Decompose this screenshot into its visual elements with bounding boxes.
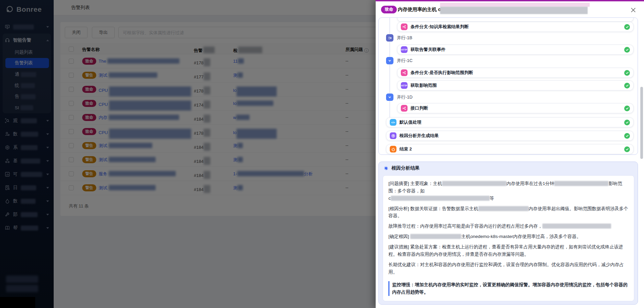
target-icon xyxy=(390,132,396,139)
power-icon xyxy=(390,146,396,152)
node-label: 获取影响范围 xyxy=(411,82,437,88)
success-check-icon xyxy=(624,120,630,125)
workflow-node-condition-impact[interactable]: 条件分支-是否执行影响范围判断 xyxy=(397,68,634,78)
node-label: 接口判断 xyxy=(411,105,428,111)
success-check-icon xyxy=(624,83,630,88)
analysis-paragraph: [问题摘要] 主要现象：主机内存使用率在过去1分钟影响范围：多个容器，如 c等 xyxy=(388,180,629,202)
workflow-node-get-impact-scope[interactable]: HTTP 获取影响范围 xyxy=(397,80,634,90)
workflow-node-partial[interactable] xyxy=(397,17,634,22)
severity-badge: 致命 xyxy=(381,6,397,13)
alert-detail-drawer: 致命 内存使用率的主机 o 条件分支-知识库检索结果判断 并行-1B HTTP … xyxy=(376,0,644,308)
redacted-text xyxy=(478,206,529,211)
group-label: 并行-1B xyxy=(397,35,412,41)
success-check-icon xyxy=(624,24,630,30)
redacted-text xyxy=(554,181,608,186)
redacted-text xyxy=(391,196,490,201)
redacted-highlight xyxy=(440,3,590,7)
workflow-connector-line xyxy=(389,18,390,125)
workflow-panel: 条件分支-知识库检索结果判断 并行-1B HTTP 获取告警关联事件 并行-1C… xyxy=(378,17,638,155)
redacted-text xyxy=(440,7,588,14)
node-label: 根因分析并生成结果 xyxy=(399,133,439,139)
analysis-paragraph: [根因分析] 数据关联证据：告警数据显示主机内存使用率超出阈值。影响范围数据表明… xyxy=(388,205,629,220)
node-label: 默认值处理 xyxy=(399,119,421,125)
branch-icon xyxy=(401,23,408,30)
monitoring-enhancement: 监控增强：增加主机内存使用率的实时监控，设置更精确的阈值报警。增加容器内存使用情… xyxy=(388,281,629,296)
panel-title: 根因分析结果 xyxy=(391,165,420,171)
chevron-down-icon xyxy=(386,94,393,101)
root-cause-result-body: [问题摘要] 主要现象：主机内存使用率在过去1分钟影响范围：多个容器，如 c等 … xyxy=(383,175,634,301)
sparkle-icon xyxy=(383,166,389,171)
workflow-node-interface-judgment[interactable]: 接口判断 xyxy=(397,103,634,113)
group-label: 并行-1D xyxy=(397,94,413,100)
analysis-paragraph: [建议措施] 紧急处置方案：检查主机上运行的进程，查看是否有异常占用大量内存的进… xyxy=(388,243,629,258)
success-check-icon xyxy=(624,47,630,53)
workflow-node-get-related-events[interactable]: HTTP 获取告警关联事件 xyxy=(397,45,634,55)
workflow-group-parallel-1b[interactable]: 并行-1B xyxy=(386,34,412,42)
workflow-node-default-value[interactable]: </> 默认值处理 xyxy=(386,117,634,127)
node-label: 获取告警关联事件 xyxy=(411,47,445,53)
analysis-paragraph: 故障推导过程：内存使用率过高可能是由于容器内运行的进程占用过多内存， xyxy=(388,223,629,230)
workflow-node-root-cause-analysis[interactable]: 根因分析并生成结果 xyxy=(386,131,634,141)
workflow-node-end[interactable]: 结束 2 xyxy=(386,144,634,154)
drawer-header: 致命 内存使用率的主机 o xyxy=(376,3,644,17)
success-check-icon xyxy=(624,106,630,111)
root-cause-result-panel: 根因分析结果 [问题摘要] 主要现象：主机内存使用率在过去1分钟影响范围：多个容… xyxy=(378,162,638,305)
workflow-group-parallel-1d[interactable]: 并行-1D xyxy=(386,94,413,101)
success-check-icon xyxy=(624,146,630,152)
root-cause-result-header: 根因分析结果 xyxy=(383,165,420,171)
code-icon: </> xyxy=(390,119,396,126)
redacted-text xyxy=(542,224,611,229)
drawer-title: 内存使用率的主机 o xyxy=(398,6,441,13)
node-label: 结束 2 xyxy=(399,146,412,152)
redacted-text xyxy=(410,234,461,239)
group-label: 并行-1C xyxy=(397,58,413,64)
branch-icon xyxy=(401,105,408,112)
node-label: 条件分支-知识库检索结果判断 xyxy=(411,24,469,30)
analysis-paragraph: 长期优化建议：对主机和容器的内存使用进行监控和调优，设置合理的内存限制。优化容器… xyxy=(388,261,629,276)
workflow-node-condition-kb[interactable]: 条件分支-知识库检索结果判断 xyxy=(397,22,634,32)
node-label: 条件分支-是否执行影响范围判断 xyxy=(411,70,473,76)
close-icon[interactable] xyxy=(630,7,637,13)
http-icon: HTTP xyxy=(401,82,408,89)
scrollbar-thumb[interactable] xyxy=(640,87,643,159)
workflow-group-parallel-1c[interactable]: 并行-1C xyxy=(386,57,413,64)
success-check-icon xyxy=(624,133,630,139)
redacted-text xyxy=(442,181,506,186)
success-check-icon xyxy=(624,70,630,76)
chevron-down-icon xyxy=(386,57,393,64)
http-icon: HTTP xyxy=(401,46,408,53)
analysis-paragraph: [确定根因] 主机onedemo-k8s-master内存使用率过高，涉及多个容… xyxy=(388,233,629,240)
parallel-icon xyxy=(386,34,393,42)
branch-icon xyxy=(401,69,408,76)
